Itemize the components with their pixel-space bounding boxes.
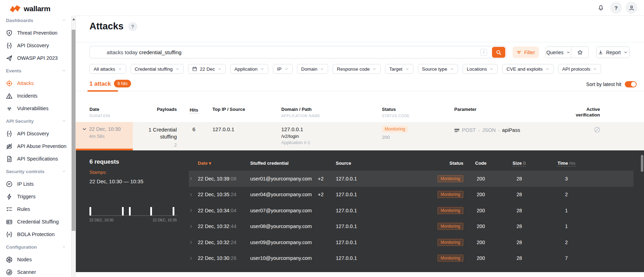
extra-credentials-count[interactable]: +2 [318,192,324,197]
request-row[interactable]: 22 Dec, 10:30:26 user10@yourcompany.com … [189,250,634,267]
search-query-term: credential_stuffing [139,49,181,55]
queries-button[interactable]: Queries [545,47,571,58]
extra-credentials-count[interactable]: +2 [318,176,324,182]
attacks-count-tab[interactable]: 1 attack 6 hits [89,80,131,87]
sidebar-item-bola-protection[interactable]: ID BOLA Protection [0,228,71,241]
col-hits-sortable[interactable]: Hits [190,107,198,113]
help-icon[interactable]: ? [610,2,622,14]
filter-chip-all-attacks[interactable]: All attacks [89,64,126,74]
request-row[interactable]: 22 Dec, 10:32:44 user08@yourcompany.com … [189,219,634,235]
search-input[interactable]: attacks today credential_stuffing / [89,46,507,58]
braces-icon [6,42,13,49]
request-row[interactable]: 22 Dec, 10:35:24 user04@yourcompany.com+… [189,187,634,203]
sidebar-item-attacks[interactable]: Attacks [0,77,71,90]
sidebar-section-security-controls[interactable]: Security controls [0,165,71,178]
user-icon[interactable] [625,2,637,14]
request-credential: user08@yourcompany.com [250,223,336,229]
filter-chip-locations[interactable]: Locations [463,64,498,74]
sidebar-item-scanner[interactable]: Scanner [0,266,71,277]
request-date: 22 Dec, 10:32:44 [198,223,250,229]
filter-chip-application[interactable]: Application [230,64,268,74]
chevron-down-icon [372,67,376,71]
page-scrollbar[interactable] [71,16,76,277]
expand-chevron-icon[interactable] [189,256,198,261]
sidebar-item-api-abuse-prevention[interactable]: API Abuse Prevention [0,140,71,152]
filter-chip-22-dec[interactable]: 22 Dec [188,64,226,74]
filter-button[interactable]: Filter [513,47,539,58]
attack-parameter: POST › JSON › apiPass [454,127,520,133]
filter-chip-target[interactable]: Target [385,64,413,74]
sidebar-item-nodes[interactable]: Nodes [0,253,71,266]
search-shortcut-hint: / [480,49,487,56]
sidebar-item-incidents[interactable]: Incidents [0,90,71,102]
panel-scrollbar-thumb[interactable] [641,155,643,172]
page-help-icon[interactable]: ? [128,22,137,31]
request-row[interactable]: 22 Dec, 10:39:08 user01@yourcompany.com+… [189,171,634,187]
sidebar-item-threat-prevention[interactable]: Threat Prevention [0,27,71,39]
expand-chevron-icon[interactable] [189,176,198,181]
main-content: ? Attacks ? attacks today credential_stu… [76,0,644,277]
favorite-query-button[interactable] [571,47,589,58]
search-button[interactable] [492,47,505,58]
request-status: Monitoring [397,207,463,214]
sidebar-item-ip-lists[interactable]: IP IP Lists [0,178,71,190]
chevron-down-icon [118,67,122,71]
attack-row[interactable]: 22 Dec, 10:30 4m 58s 1 Credential stuffi… [76,122,644,150]
request-code: 200 [463,192,498,197]
wallarm-logo[interactable]: wallarm [10,5,50,13]
notifications-bell-icon[interactable] [595,2,607,14]
sidebar-item-api-discovery[interactable]: API Discovery [0,39,71,52]
sidebar-section-dashboards[interactable]: Dashboards [0,16,71,27]
svg-text:ID: ID [8,233,10,236]
col-stuffed-credential: Stuffed credential [250,161,336,166]
sidebar-section-configuration[interactable]: Configuration [0,241,71,253]
request-time: 1 [540,223,593,229]
sidebar-section-api-security[interactable]: API Security [0,115,71,127]
sidebar-item-rules[interactable]: Rules [0,203,71,215]
expand-chevron-icon[interactable] [189,240,198,244]
wallarm-logo-icon [10,5,21,13]
request-size: 28 [498,176,540,182]
shield-icon [6,30,13,36]
request-date: 22 Dec, 10:39:08 [198,176,250,182]
filter-chip-api-protocols[interactable]: API protocols [558,64,601,74]
stamps-label[interactable]: Stamps: [89,170,107,175]
filter-chip-source-type[interactable]: Source type [418,64,458,74]
filter-chip-cve-and-exploits[interactable]: CVE and exploits [502,64,553,74]
filter-chip-domain[interactable]: Domain [297,64,328,74]
star-icon [577,50,583,55]
attack-hits: 6 [182,126,206,132]
collapse-chevron-icon[interactable] [82,127,87,132]
page-title: Attacks [89,21,124,32]
report-button[interactable]: Report [596,47,630,58]
expand-chevron-icon[interactable] [189,192,198,197]
request-credential: user04@yourcompany.com+2 [250,192,336,197]
target-icon [6,80,13,87]
expand-chevron-icon[interactable] [189,224,198,229]
sidebar-item-vulnerabilities[interactable]: ☣ Vulnerabilities [0,102,71,115]
col-time[interactable]: Time ms [540,161,593,166]
sidebar-item-api-discovery[interactable]: API Discovery [0,127,71,140]
sidebar-item-owasp-api-2023[interactable]: OWASP API 2023 [0,52,71,64]
chevron-down-icon [218,67,222,71]
request-date: 22 Dec, 10:32:24 [198,240,250,245]
attack-path: /v2/login [281,134,310,139]
filter-chip-ip[interactable]: IP [273,64,292,74]
expand-chevron-icon[interactable] [189,208,198,213]
sidebar-item-api-specifications[interactable]: API Specifications [0,152,71,165]
scrollbar-thumb[interactable] [72,30,75,231]
filter-chip-credential-stuffing[interactable]: Credential stuffing [131,64,184,74]
sidebar-item-credential-stuffing[interactable]: Credential Stuffing [0,215,71,228]
sort-by-latest-hit-toggle[interactable] [625,81,637,87]
request-row[interactable]: 22 Dec, 10:32:24 user09@yourcompany.com … [189,234,634,250]
col-request-date-sorted[interactable]: Date ▾ [198,161,250,166]
attack-domain: 127.0.0.1 [281,126,310,132]
scrollbar-up-arrow[interactable] [72,18,75,20]
attack-domain-path: 127.0.0.1 /v2/login Application #-1 [281,126,310,145]
attack-application: Application #-1 [281,140,310,145]
filter-chip-response-code[interactable]: Response code [333,64,381,74]
col-size[interactable]: Size B [498,161,540,166]
request-row[interactable]: 22 Dec, 10:34:04 user07@yourcompany.com … [189,203,634,219]
sidebar-item-triggers[interactable]: Triggers [0,190,71,203]
sidebar-section-events[interactable]: Events [0,64,71,77]
